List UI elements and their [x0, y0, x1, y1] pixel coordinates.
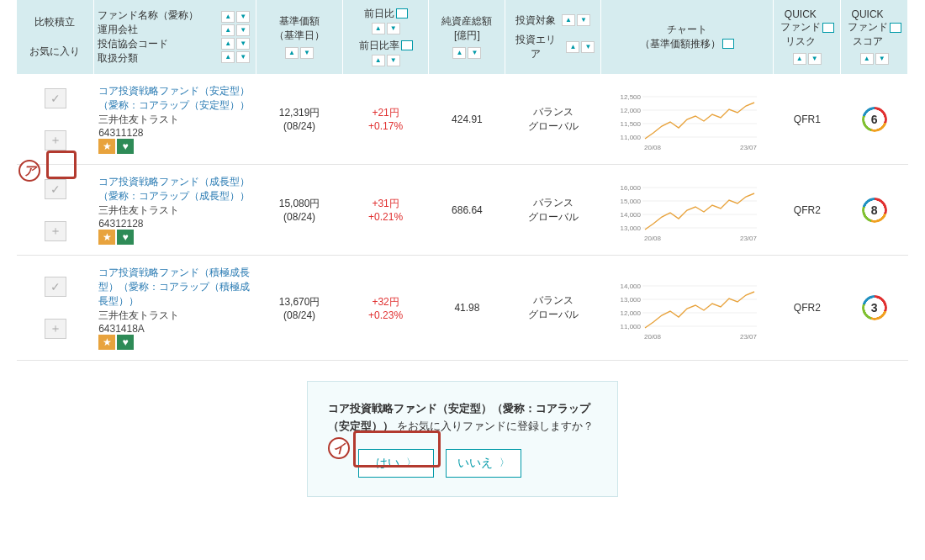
sort-down[interactable]: ▼ — [236, 51, 250, 63]
fund-diff-rate: +0.21% — [347, 211, 424, 223]
header-price-date: （基準日） — [262, 29, 337, 43]
sort-up[interactable]: ▲ — [793, 53, 806, 65]
svg-text:16,000: 16,000 — [621, 184, 642, 192]
sort-down[interactable]: ▼ — [875, 53, 889, 65]
fund-score-ring: 8 — [862, 198, 887, 223]
sort-up[interactable]: ▲ — [562, 14, 575, 26]
sort-down[interactable]: ▼ — [236, 38, 250, 50]
svg-text:13,000: 13,000 — [621, 225, 642, 232]
col-header-name: ファンド名称（愛称） 運用会社 投信協会コード 取扱分類 ▲▼ ▲▼ ▲▼ ▲▼ — [93, 0, 256, 74]
header-manager: 運用会社 — [98, 23, 216, 37]
fund-price: 13,670円 — [262, 295, 338, 309]
svg-text:11,000: 11,000 — [621, 134, 642, 141]
svg-text:20/08: 20/08 — [644, 235, 662, 242]
compare-toggle[interactable]: ✓ — [45, 277, 66, 297]
svg-text:15,000: 15,000 — [621, 198, 642, 205]
leaf-badge-icon: ♥ — [117, 230, 134, 245]
sort-down[interactable]: ▼ — [300, 47, 314, 59]
fund-price-date: (08/24) — [262, 120, 338, 132]
fund-price: 15,080円 — [262, 197, 338, 211]
confirm-no-button[interactable]: いいえ 〉 — [446, 449, 521, 478]
table-row: ✓＋コア投資戦略ファンド（安定型）（愛称：コアラップ（安定型））三井住友トラスト… — [17, 74, 908, 165]
confirm-yes-button[interactable]: はい 〉 — [358, 449, 434, 478]
header-price: 基準価額 — [279, 14, 320, 29]
fund-code: 64312128 — [98, 218, 143, 230]
popup-icon[interactable] — [891, 24, 901, 33]
col-header-compare-favorite: 比較積立 お気に入り — [17, 0, 93, 74]
sort-up[interactable]: ▲ — [221, 38, 235, 50]
col-header-risk: QUICK ファンド リスク ▲▼ — [774, 0, 841, 74]
compare-toggle[interactable]: ✓ — [45, 88, 66, 108]
header-fund-name: ファンド名称（愛称） — [98, 8, 216, 23]
popup-icon[interactable] — [398, 10, 408, 18]
fund-target: バランス — [510, 105, 596, 119]
sort-up[interactable]: ▲ — [285, 47, 299, 59]
sort-up[interactable]: ▲ — [372, 23, 385, 34]
sort-down[interactable]: ▼ — [387, 55, 400, 66]
sort-up[interactable]: ▲ — [860, 53, 874, 65]
sort-up[interactable]: ▲ — [452, 47, 466, 59]
svg-text:11,500: 11,500 — [621, 120, 642, 128]
chevron-right-icon: 〉 — [500, 456, 510, 470]
header-chart-sub: （基準価額推移） — [640, 37, 721, 51]
header-asset: 純資産総額 — [434, 14, 500, 29]
confirm-no-label: いいえ — [457, 456, 493, 471]
sort-down[interactable]: ▼ — [236, 24, 250, 36]
compare-toggle[interactable]: ✓ — [45, 179, 66, 199]
fund-name-link[interactable]: コア投資戦略ファンド（成長型）（愛称：コアラップ（成長型）） — [98, 176, 250, 202]
col-header-chart: チャート （基準価額推移） — [601, 0, 774, 74]
col-header-diff: 前日比 ▲▼ 前日比率 ▲▼ — [342, 0, 429, 74]
fund-score-ring: 3 — [862, 295, 887, 320]
header-score: QUICK ファンド スコア — [848, 8, 888, 49]
col-header-score: QUICK ファンド スコア ▲▼ — [841, 0, 908, 74]
leaf-badge-icon: ♥ — [117, 139, 134, 154]
fund-name-link[interactable]: コア投資戦略ファンド（積極成長型）（愛称：コアラップ（積極成長型）） — [98, 267, 250, 307]
chevron-right-icon: 〉 — [406, 456, 416, 470]
sort-up[interactable]: ▲ — [221, 51, 235, 63]
confirm-dialog: コア投資戦略ファンド（安定型）（愛称：コアラップ（安定型）） をお気に入りファン… — [307, 381, 618, 497]
sort-down[interactable]: ▼ — [387, 23, 400, 34]
svg-text:20/08: 20/08 — [644, 333, 662, 341]
sort-up[interactable]: ▲ — [566, 41, 579, 53]
svg-text:20/08: 20/08 — [644, 144, 662, 151]
star-badge-icon: ★ — [98, 335, 115, 350]
svg-text:11,000: 11,000 — [621, 323, 642, 330]
header-diff: 前日比 — [364, 7, 394, 21]
fund-risk: QFR2 — [774, 165, 841, 256]
favorite-add-button[interactable]: ＋ — [45, 221, 66, 241]
fund-asset: 424.91 — [429, 74, 505, 165]
favorite-add-button[interactable]: ＋ — [45, 319, 66, 339]
fund-area: グローバル — [510, 308, 596, 322]
svg-text:23/07: 23/07 — [740, 144, 758, 151]
fund-risk: QFR2 — [774, 256, 841, 361]
fund-company: 三井住友トラスト — [98, 309, 179, 321]
fund-diff-rate: +0.23% — [347, 309, 424, 321]
svg-text:14,000: 14,000 — [621, 283, 642, 290]
sort-up[interactable]: ▲ — [221, 11, 235, 23]
header-risk: QUICK ファンド リスク — [780, 8, 821, 49]
sort-down[interactable]: ▼ — [236, 11, 250, 23]
header-diff-rate: 前日比率 — [359, 39, 399, 53]
fund-area: グローバル — [510, 119, 596, 134]
sort-up[interactable]: ▲ — [372, 55, 385, 66]
leaf-badge-icon: ♥ — [117, 335, 134, 350]
fund-target: バランス — [510, 293, 596, 308]
header-target: 投資対象 — [515, 13, 556, 28]
price-mini-chart: 16,00015,00014,00013,00020/0823/07 — [616, 175, 758, 242]
svg-text:23/07: 23/07 — [740, 333, 758, 341]
sort-down[interactable]: ▼ — [808, 53, 822, 65]
sort-down[interactable]: ▼ — [577, 14, 590, 26]
fund-name-link[interactable]: コア投資戦略ファンド（安定型）（愛称：コアラップ（安定型）） — [98, 85, 250, 111]
col-header-price: 基準価額 （基準日） ▲▼ — [256, 0, 343, 74]
sort-up[interactable]: ▲ — [221, 24, 235, 36]
header-favorite: お気に入り — [22, 45, 88, 59]
svg-text:14,000: 14,000 — [621, 211, 642, 219]
popup-icon[interactable] — [824, 24, 834, 33]
sort-down[interactable]: ▼ — [468, 47, 481, 59]
sort-down[interactable]: ▼ — [581, 41, 595, 53]
popup-icon[interactable] — [403, 42, 413, 50]
fund-company: 三井住友トラスト — [98, 204, 179, 216]
header-category: 取扱分類 — [98, 51, 216, 66]
favorite-add-button[interactable]: ＋ — [45, 130, 66, 151]
popup-icon[interactable] — [724, 40, 734, 49]
